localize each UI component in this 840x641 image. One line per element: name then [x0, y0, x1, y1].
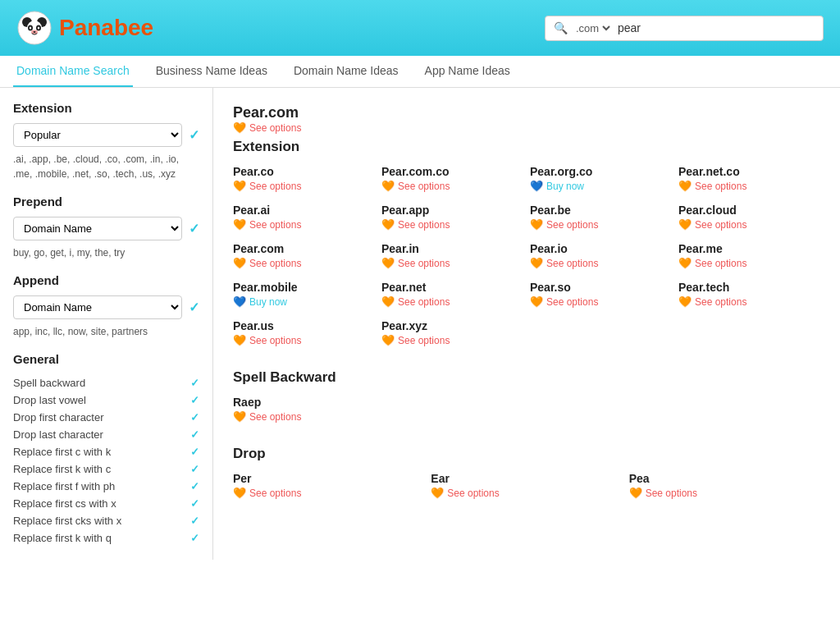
general-item-label-3: Drop last character [13, 428, 103, 441]
domain-status-text[interactable]: See options [398, 219, 450, 231]
domain-status-text[interactable]: See options [249, 488, 301, 499]
domain-item: Pear.net.co 🧡 See options [678, 165, 820, 192]
domain-name: Pear.org.co [530, 165, 672, 178]
general-items-list: Spell backward✓Drop last vowel✓Drop firs… [13, 374, 199, 547]
extension-select-row: Popular All New ✓ [13, 123, 199, 147]
domain-status-text[interactable]: See options [695, 258, 746, 269]
extension-section-title: Extension [13, 101, 199, 115]
domain-status-text[interactable]: See options [546, 219, 598, 231]
featured-see-options[interactable]: See options [249, 122, 301, 134]
domain-status-text[interactable]: See options [249, 219, 301, 231]
general-item-0[interactable]: Spell backward✓ [13, 374, 199, 391]
domain-status-text[interactable]: Buy now [546, 181, 584, 192]
domain-status-text[interactable]: See options [646, 488, 697, 499]
domain-item: Ear 🧡 See options [431, 472, 622, 499]
svg-point-8 [38, 27, 39, 30]
featured-domain-name: Pear.com [233, 104, 820, 121]
general-item-3[interactable]: Drop last character✓ [13, 426, 199, 443]
general-item-4[interactable]: Replace first c with k✓ [13, 443, 199, 460]
general-item-label-1: Drop last vowel [13, 394, 86, 406]
domain-name: Per [233, 472, 424, 485]
general-item-1[interactable]: Drop last vowel✓ [13, 391, 199, 409]
domain-heart-icon: 🧡 [233, 410, 246, 423]
domain-status-text[interactable]: See options [695, 181, 746, 192]
domain-name: Pear.com [233, 242, 375, 255]
domain-status-text[interactable]: See options [398, 181, 450, 192]
domain-status: 🧡 See options [381, 180, 523, 192]
general-item-2[interactable]: Drop first character✓ [13, 409, 199, 426]
logo-text: Panabee [59, 15, 153, 41]
domain-status-text[interactable]: See options [546, 296, 598, 308]
domain-item: Pear.mobile 💙 Buy now [233, 281, 375, 308]
extension-check-icon: ✓ [189, 127, 199, 143]
domain-status-text[interactable]: See options [249, 335, 301, 346]
domain-heart-icon: 🧡 [678, 218, 692, 231]
general-item-check-1: ✓ [190, 394, 199, 406]
domain-status-text[interactable]: See options [249, 258, 301, 269]
general-item-6[interactable]: Replace first f with ph✓ [13, 478, 199, 495]
domain-item: Pear.net 🧡 See options [381, 281, 523, 308]
nav-domain-name-ideas[interactable]: Domain Name Ideas [290, 56, 402, 87]
general-item-8[interactable]: Replace first cks with x✓ [13, 512, 199, 529]
domain-heart-icon: 💙 [233, 295, 246, 308]
domain-heart-icon: 💙 [530, 180, 543, 192]
append-tags: app, inc, llc, now, site, partners [13, 324, 199, 339]
nav-domain-name-search[interactable]: Domain Name Search [13, 56, 133, 87]
domain-name: Pear.co [233, 165, 375, 178]
general-item-7[interactable]: Replace first cs with x✓ [13, 495, 199, 512]
domain-name: Pear.mobile [233, 281, 375, 294]
domain-status-text[interactable]: See options [447, 488, 499, 499]
extension-results-section: Extension Pear.co 🧡 See options Pear.com… [233, 139, 820, 346]
domain-heart-icon: 🧡 [678, 180, 692, 192]
search-input[interactable] [618, 21, 815, 34]
extension-domain-grid: Pear.co 🧡 See options Pear.com.co 🧡 See … [233, 165, 820, 346]
domain-name: Pea [629, 472, 820, 485]
prepend-filter-select[interactable]: Domain Name Custom [13, 217, 182, 240]
append-filter-select[interactable]: Domain Name Custom [13, 295, 182, 319]
domain-status-text[interactable]: See options [249, 181, 301, 192]
domain-heart-icon: 🧡 [381, 257, 395, 269]
domain-item: Pear.in 🧡 See options [381, 242, 523, 269]
domain-heart-icon: 🧡 [233, 180, 246, 192]
extension-select[interactable]: .com .net .org .io [573, 21, 613, 35]
domain-item: Pea 🧡 See options [629, 472, 820, 499]
domain-status: 🧡 See options [678, 295, 820, 308]
featured-domain-section: Pear.com 🧡 See options [233, 104, 820, 134]
domain-heart-icon: 🧡 [233, 487, 246, 499]
domain-item: Pear.co 🧡 See options [233, 165, 375, 192]
prepend-tags: buy, go, get, i, my, the, try [13, 245, 199, 260]
extension-results-title: Extension [233, 139, 820, 155]
nav-business-name-ideas[interactable]: Business Name Ideas [153, 56, 271, 87]
domain-status-text[interactable]: See options [546, 258, 598, 269]
domain-item: Raep 🧡 See options [233, 396, 820, 423]
domain-heart-icon: 🧡 [530, 295, 543, 308]
domain-name: Pear.in [381, 242, 523, 255]
domain-heart-icon: 🧡 [530, 218, 543, 231]
domain-heart-icon: 🧡 [233, 218, 246, 231]
domain-name: Pear.cloud [678, 204, 820, 217]
domain-status: 🧡 See options [233, 218, 375, 231]
extension-filter-select[interactable]: Popular All New [13, 123, 182, 147]
domain-status-text[interactable]: Buy now [249, 296, 287, 308]
domain-item: Per 🧡 See options [233, 472, 424, 499]
general-item-check-7: ✓ [190, 497, 199, 510]
general-item-9[interactable]: Replace first k with q✓ [13, 529, 199, 547]
domain-status: 🧡 See options [431, 487, 622, 499]
domain-status-text[interactable]: See options [695, 296, 746, 308]
content-area: Pear.com 🧡 See options Extension Pear.co… [213, 88, 840, 560]
general-item-5[interactable]: Replace first k with c✓ [13, 460, 199, 478]
prepend-select-row: Domain Name Custom ✓ [13, 217, 199, 240]
spell-backward-section: Spell Backward Raep 🧡 See options [233, 369, 820, 423]
search-icon: 🔍 [554, 21, 568, 34]
domain-status-text[interactable]: See options [695, 219, 746, 231]
domain-name: Pear.tech [678, 281, 820, 294]
general-item-label-7: Replace first cs with x [13, 497, 116, 510]
general-item-check-6: ✓ [190, 480, 199, 492]
domain-status-text[interactable]: See options [398, 296, 450, 308]
nav-app-name-ideas[interactable]: App Name Ideas [422, 56, 514, 87]
domain-item: Pear.com 🧡 See options [233, 242, 375, 269]
general-item-check-5: ✓ [190, 463, 199, 475]
domain-status-text[interactable]: See options [398, 258, 450, 269]
domain-status-text[interactable]: See options [398, 335, 450, 346]
domain-status-text[interactable]: See options [249, 411, 301, 423]
